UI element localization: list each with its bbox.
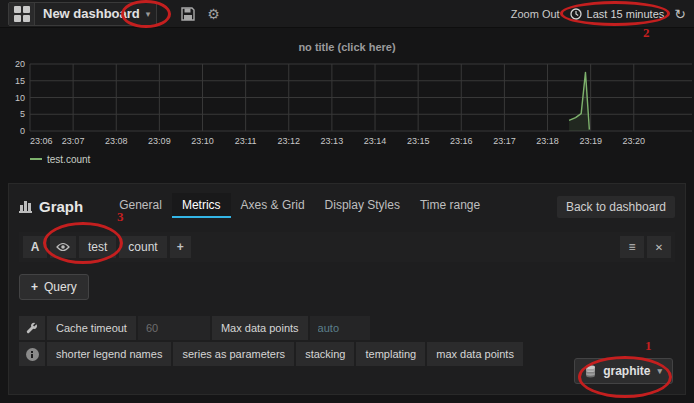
svg-text:23:20: 23:20 [623, 136, 646, 146]
svg-text:23:15: 23:15 [407, 136, 430, 146]
eye-icon [56, 242, 70, 252]
svg-text:23:18: 23:18 [536, 136, 559, 146]
option-link-templating[interactable]: templating [356, 342, 425, 366]
dashboard-picker[interactable]: New dashboard ▾ [8, 2, 157, 26]
option-link-series-as-parameters[interactable]: series as parameters [173, 342, 294, 366]
save-dashboard-button[interactable] [175, 2, 201, 26]
toggle-query-visibility-button[interactable] [50, 236, 76, 258]
tabs: GeneralMetricsAxes & GridDisplay StylesT… [109, 193, 490, 218]
zoom-out-button[interactable]: Zoom Out [511, 8, 560, 20]
query-segment-count[interactable]: count [119, 236, 166, 258]
svg-text:23:11: 23:11 [235, 136, 257, 146]
chevron-down-icon: ▾ [657, 366, 662, 376]
time-range-picker[interactable]: Last 15 minutes [570, 8, 665, 20]
svg-text:10: 10 [15, 93, 25, 103]
add-query-label: Query [44, 280, 77, 294]
query-row-letter[interactable]: A [23, 236, 47, 258]
panel-title[interactable]: no title (click here) [0, 41, 694, 55]
bar-chart-icon [19, 201, 32, 213]
graph-panel: no title (click here) 0510152023:0623:07… [0, 41, 694, 167]
save-icon [181, 7, 195, 21]
svg-text:20: 20 [15, 61, 25, 69]
options-info-cell[interactable] [19, 342, 45, 366]
option-link-max-data-points[interactable]: max data points [427, 342, 523, 366]
chart-svg[interactable]: 0510152023:0623:0723:0823:0923:1023:1123… [0, 61, 694, 149]
datasource-label: graphite [603, 364, 650, 378]
query-segments: testcount [79, 236, 167, 258]
svg-text:23:13: 23:13 [321, 136, 344, 146]
gear-icon: ⚙ [207, 6, 220, 22]
cache-timeout-input[interactable] [138, 316, 210, 340]
grafana-logo-icon[interactable] [9, 2, 35, 26]
svg-text:23:06: 23:06 [30, 136, 53, 146]
svg-text:23:09: 23:09 [148, 136, 171, 146]
add-query-button[interactable]: + Query [19, 274, 89, 300]
svg-text:23:07: 23:07 [62, 136, 85, 146]
info-icon [26, 348, 39, 361]
chart-legend[interactable]: test.count [0, 151, 694, 167]
clock-icon [570, 8, 582, 20]
add-segment-button[interactable]: + [170, 236, 191, 258]
options-wrench-cell[interactable] [19, 316, 45, 340]
query-row: A testcount + ≡ ✕ [19, 232, 675, 262]
editor-tabs-row: Graph GeneralMetricsAxes & GridDisplay S… [19, 192, 675, 218]
panel-type-label: Graph [39, 198, 83, 215]
cache-timeout-label: Cache timeout [47, 316, 136, 340]
option-link-shorter-legend-names[interactable]: shorter legend names [47, 342, 171, 366]
panel-editor: Graph GeneralMetricsAxes & GridDisplay S… [8, 183, 686, 395]
svg-text:23:12: 23:12 [277, 136, 300, 146]
refresh-icon[interactable]: ↻ [674, 6, 686, 22]
svg-text:0: 0 [20, 126, 25, 136]
svg-text:23:19: 23:19 [579, 136, 602, 146]
svg-text:23:14: 23:14 [364, 136, 387, 146]
time-range-label: Last 15 minutes [587, 8, 665, 20]
tab-general[interactable]: General [109, 193, 172, 218]
close-icon: ✕ [655, 242, 663, 253]
tab-metrics[interactable]: Metrics [172, 193, 231, 218]
max-data-points-label: Max data points [212, 316, 308, 340]
datasource-dropdown[interactable]: graphite ▾ [574, 358, 673, 384]
top-navbar: New dashboard ▾ ⚙ Zoom Out Last 15 minut… [0, 0, 694, 28]
svg-text:23:16: 23:16 [450, 136, 473, 146]
max-data-points-input[interactable] [310, 316, 370, 340]
svg-text:23:17: 23:17 [493, 136, 516, 146]
database-icon [585, 365, 596, 378]
back-to-dashboard-button[interactable]: Back to dashboard [557, 196, 675, 218]
chevron-down-icon: ▾ [146, 9, 157, 19]
plus-icon: + [31, 280, 38, 294]
tab-time-range[interactable]: Time range [410, 193, 490, 218]
wrench-icon [26, 322, 38, 334]
remove-query-button[interactable]: ✕ [647, 236, 671, 258]
tab-axes-grid[interactable]: Axes & Grid [231, 193, 315, 218]
svg-text:23:08: 23:08 [105, 136, 128, 146]
svg-text:15: 15 [15, 76, 25, 86]
query-segment-test[interactable]: test [79, 236, 116, 258]
query-menu-button[interactable]: ≡ [620, 236, 644, 258]
panel-type: Graph [19, 198, 83, 218]
dashboard-title[interactable]: New dashboard [35, 6, 146, 21]
legend-series-label: test.count [47, 154, 90, 165]
hamburger-icon: ≡ [628, 240, 635, 254]
options-row-1: Cache timeout Max data points [19, 316, 675, 340]
settings-button[interactable]: ⚙ [201, 2, 226, 26]
tab-display-styles[interactable]: Display Styles [315, 193, 410, 218]
svg-text:23:10: 23:10 [191, 136, 214, 146]
option-link-stacking[interactable]: stacking [296, 342, 354, 366]
svg-text:5: 5 [20, 109, 25, 119]
legend-series-dash [30, 158, 42, 160]
